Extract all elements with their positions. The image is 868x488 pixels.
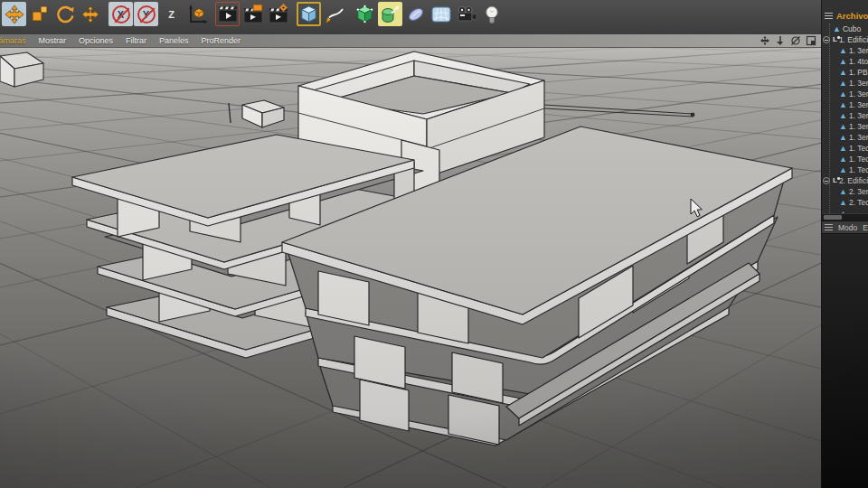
polygon-object-icon: ▲ [833, 25, 841, 33]
scrollbar-thumb[interactable] [824, 215, 842, 220]
polygon-object-icon: ▲ [839, 58, 847, 66]
attribute-manager-empty-area [822, 234, 868, 488]
polygon-object-icon: ▲ [839, 166, 847, 174]
extrude-generator-icon [380, 4, 401, 25]
x-axis-prohibit-icon: X [112, 5, 130, 23]
light-button[interactable] [479, 2, 504, 26]
attribute-manager-menubar: Modo Editar [822, 221, 868, 234]
coordinate-system-icon [186, 4, 208, 25]
panel-menu-icon[interactable] [825, 13, 833, 19]
add-cube-primitive-button[interactable] [297, 2, 321, 26]
render-picture-viewer-button[interactable] [241, 2, 265, 26]
viewport-nav-controls [760, 35, 816, 46]
object-row[interactable]: ▲2. Techo 2 [822, 197, 868, 208]
polygon-object-icon: ▲ [839, 123, 847, 131]
move-icon [4, 4, 25, 25]
y-axis-prohibit-icon: Y [137, 5, 156, 23]
main-toolbar: X Y Z [0, 0, 821, 34]
polygon-object-icon: ▲ [839, 155, 847, 164]
null-object-icon: L [833, 177, 837, 184]
object-row[interactable]: ▲1. Techo 2 [822, 164, 868, 175]
cinema4d-window: X Y Z [0, 0, 868, 488]
object-row[interactable]: ▲1. Techo [822, 143, 868, 154]
floor-environment-button[interactable] [429, 2, 453, 26]
object-row[interactable]: ▲1. 3er p [822, 99, 868, 110]
polygon-object-icon: ▲ [839, 199, 847, 207]
render-view-icon [217, 4, 239, 25]
camera-button[interactable] [454, 2, 478, 26]
horizontal-scrollbar[interactable] [822, 213, 868, 221]
cube-primitive-icon [298, 4, 319, 24]
render-picture-viewer-icon [242, 4, 264, 25]
menu-opciones[interactable]: Opciones [72, 36, 119, 45]
menu-paneles[interactable]: Paneles [153, 36, 195, 45]
rotate-tool-button[interactable] [52, 2, 77, 26]
object-row[interactable]: ▲1. 3er p [822, 89, 868, 99]
polygon-object-icon: ▲ [839, 80, 847, 88]
light-bulb-icon [481, 4, 503, 25]
panel-menu-icon[interactable] [825, 224, 833, 230]
object-row-edificio-2[interactable]: L2. Edificio [822, 175, 868, 186]
polygon-object-icon: ▲ [839, 47, 847, 55]
z-axis-lock-button[interactable]: Z [159, 2, 184, 26]
pan-view-icon[interactable] [760, 35, 770, 46]
viewport-menubar: Cámaras Mostrar Opciones Filtrar Paneles… [0, 34, 821, 48]
polygon-object-icon: ▲ [839, 210, 847, 214]
object-row[interactable]: ▲1. 3er pi [822, 121, 868, 132]
subdivision-surface-button[interactable] [353, 2, 377, 26]
pen-spline-tool-button[interactable] [322, 2, 346, 26]
toggle-view-icon[interactable] [806, 35, 816, 46]
last-used-move-tool-button[interactable] [78, 2, 102, 26]
scale-tool-button[interactable] [27, 2, 52, 26]
bend-deformer-button[interactable] [403, 2, 428, 26]
object-row[interactable]: ▲1. 4to [822, 56, 868, 67]
extrude-generator-button[interactable] [378, 2, 402, 26]
x-axis-lock-button[interactable]: X [108, 2, 133, 26]
object-manager-header: Archivo [822, 0, 868, 23]
polygon-object-icon: ▲ [839, 101, 847, 109]
object-row[interactable]: ▲1. 3er pi [822, 132, 868, 143]
menu-camaras[interactable]: Cámaras [0, 36, 33, 45]
null-object-icon: L [833, 36, 837, 43]
subdivision-surface-icon [354, 4, 375, 24]
coordinate-system-button[interactable] [184, 2, 209, 26]
collapse-toggle-icon[interactable] [823, 36, 830, 43]
object-row[interactable]: ▲1. 3er p [822, 78, 868, 89]
object-manager-menu-archivo[interactable]: Archivo [836, 11, 868, 21]
y-axis-lock-button[interactable]: Y [134, 2, 158, 26]
polygon-object-icon: ▲ [839, 90, 847, 99]
object-row[interactable]: ▲ [822, 208, 868, 213]
menu-prorender[interactable]: ProRender [195, 36, 248, 45]
camera-icon [456, 4, 477, 25]
move-tool-button[interactable] [2, 2, 26, 26]
menu-filtrar[interactable]: Filtrar [119, 36, 153, 45]
object-row[interactable]: ▲1. 3er p [822, 110, 868, 121]
rotate-view-icon[interactable] [790, 35, 801, 46]
menu-editar[interactable]: Editar [863, 223, 868, 232]
object-row[interactable]: ▲2. 3er piso [822, 186, 868, 197]
bend-deformer-icon [405, 4, 427, 25]
render-settings-button[interactable] [266, 2, 290, 26]
floor-grid-icon [430, 4, 452, 25]
object-row-cubo[interactable]: ▲Cubo [822, 23, 868, 34]
render-settings-icon [268, 4, 289, 25]
scale-icon [29, 4, 51, 25]
render-view-button[interactable] [215, 2, 240, 26]
object-tree: ▲Cubo L1. Edificio ▲1. 3er ▲1. 4to ▲1. P… [822, 23, 868, 213]
polygon-object-icon: ▲ [839, 145, 847, 153]
object-row[interactable]: ▲1. Techo 2 [822, 154, 868, 164]
move-icon [80, 5, 100, 24]
object-row[interactable]: ▲1. PB [822, 67, 868, 78]
zoom-view-icon[interactable] [775, 35, 786, 46]
object-row-edificio-1[interactable]: L1. Edificio [822, 34, 868, 45]
polygon-object-icon: ▲ [839, 112, 847, 120]
rotate-icon [54, 4, 76, 25]
pen-icon [324, 4, 345, 25]
collapse-toggle-icon[interactable] [823, 177, 830, 184]
menu-modo[interactable]: Modo [838, 223, 857, 232]
menu-mostrar[interactable]: Mostrar [33, 36, 73, 45]
object-row[interactable]: ▲1. 3er [822, 45, 868, 56]
polygon-object-icon: ▲ [839, 69, 847, 77]
viewport-scene[interactable] [0, 0, 821, 488]
object-manager-panel: Archivo ▲Cubo L1. Edificio ▲1. 3er ▲1. 4… [821, 0, 868, 488]
